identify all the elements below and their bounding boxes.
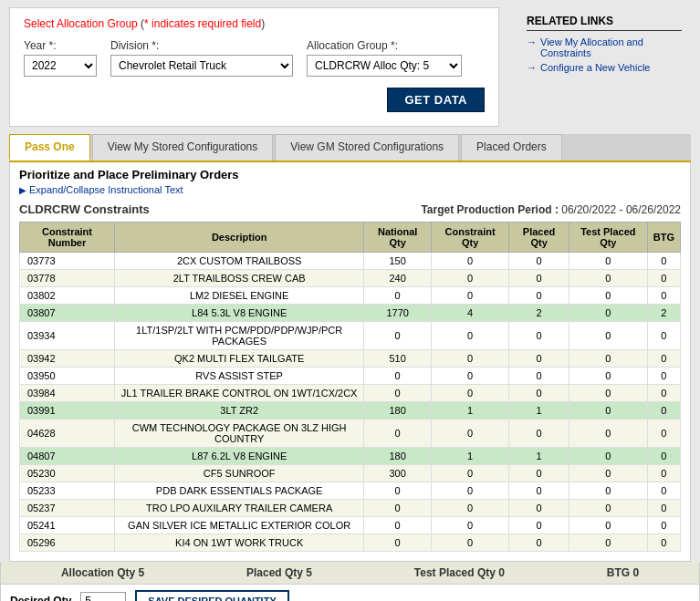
col-national-qty: National Qty xyxy=(364,223,432,253)
footer-alloc: Allocation Qty 5 xyxy=(61,566,144,579)
cell-constraint-num: 05296 xyxy=(20,534,115,552)
related-link-allocation[interactable]: → View My Allocation and Constraints xyxy=(527,36,682,58)
cell-constraint-num: 03802 xyxy=(20,287,115,305)
cell-constraint-num: 05230 xyxy=(20,465,115,482)
expand-link-text: Expand/Collapse Instructional Text xyxy=(29,184,183,195)
desired-row: Desired Qty SAVE DESIRED QUANTITY xyxy=(0,585,700,601)
cell-placed: 0 xyxy=(509,500,569,517)
alloc-label: Allocation Group *: xyxy=(307,39,462,52)
year-select[interactable]: 2022 2021 2020 xyxy=(24,55,97,77)
table-row: 05241 GAN SILVER ICE METALLIC EXTERIOR C… xyxy=(20,517,681,534)
cell-btg: 0 xyxy=(647,253,680,270)
cell-placed: 1 xyxy=(509,402,569,420)
cell-national: 1770 xyxy=(364,305,432,322)
cell-national: 0 xyxy=(364,500,432,517)
cell-test: 0 xyxy=(569,368,647,385)
cell-btg: 0 xyxy=(647,420,680,448)
cell-desc: LM2 DIESEL ENGINE xyxy=(114,287,363,305)
get-data-button[interactable]: GET DATA xyxy=(387,88,485,112)
form-title: Select Allocation Group (* indicates req… xyxy=(24,17,485,30)
cell-btg: 0 xyxy=(647,385,680,402)
related-links-title: RELATED LINKS xyxy=(527,15,682,31)
cell-constraint: 0 xyxy=(431,287,508,305)
expand-link[interactable]: ▶ Expand/Collapse Instructional Text xyxy=(19,184,681,195)
cell-constraint: 0 xyxy=(431,350,508,368)
cell-placed: 0 xyxy=(509,350,569,368)
cell-btg: 0 xyxy=(647,322,680,350)
desired-label: Desired Qty xyxy=(10,595,71,601)
alloc-select[interactable]: CLDRCRW Alloc Qty: 5 xyxy=(307,55,462,77)
cell-constraint-num: 03942 xyxy=(20,350,115,368)
cell-placed: 0 xyxy=(509,482,569,500)
cell-desc: KI4 ON 1WT WORK TRUCK xyxy=(114,534,363,552)
cell-desc: QK2 MULTI FLEX TAILGATE xyxy=(114,350,363,368)
cell-constraint-num: 03950 xyxy=(20,368,115,385)
required-note: * indicates required field xyxy=(144,17,261,30)
table-row: 03950 RVS ASSIST STEP 0 0 0 0 0 xyxy=(20,368,681,385)
cell-national: 240 xyxy=(364,270,432,287)
table-row: 03778 2LT TRAILBOSS CREW CAB 240 0 0 0 0 xyxy=(20,270,681,287)
cell-test: 0 xyxy=(569,517,647,534)
cell-constraint-num: 05237 xyxy=(20,500,115,517)
cell-constraint-num: 03807 xyxy=(20,305,115,322)
cell-constraint-num: 05233 xyxy=(20,482,115,500)
target-period-value: 06/20/2022 - 06/26/2022 xyxy=(561,203,681,216)
cell-constraint: 0 xyxy=(431,500,508,517)
table-row: 05233 PDB DARK ESSENTIALS PACKAGE 0 0 0 … xyxy=(20,482,681,500)
cell-national: 0 xyxy=(364,420,432,448)
cell-constraint-num: 03984 xyxy=(20,385,115,402)
table-row: 03934 1LT/1SP/2LT WITH PCM/PDD/PDP/WJP/P… xyxy=(20,322,681,350)
cell-constraint: 0 xyxy=(431,385,508,402)
cell-national: 180 xyxy=(364,448,432,465)
table-row: 04628 CWM TECHNOLOGY PACKAGE ON 3LZ HIGH… xyxy=(20,420,681,448)
save-desired-button[interactable]: SAVE DESIRED QUANTITY xyxy=(135,590,288,601)
cell-desc: GAN SILVER ICE METALLIC EXTERIOR COLOR xyxy=(114,517,363,534)
table-row: 03807 L84 5.3L V8 ENGINE 1770 4 2 0 2 xyxy=(20,305,681,322)
col-constraint-qty: Constraint Qty xyxy=(431,223,508,253)
cell-national: 0 xyxy=(364,534,432,552)
cell-constraint-num: 03778 xyxy=(20,270,115,287)
footer-placed: Placed Qty 5 xyxy=(246,566,312,579)
tab-gm-configs[interactable]: View GM Stored Configurations xyxy=(275,134,459,161)
cell-btg: 2 xyxy=(647,305,680,322)
tab-stored-configs[interactable]: View My Stored Configurations xyxy=(92,134,274,161)
cell-placed: 0 xyxy=(509,385,569,402)
cell-constraint: 0 xyxy=(431,465,508,482)
related-link-configure[interactable]: → Configure a New Vehicle xyxy=(527,62,682,73)
cell-placed: 1 xyxy=(509,448,569,465)
target-period: Target Production Period : 06/20/2022 - … xyxy=(421,203,681,216)
col-description: Description xyxy=(114,223,363,253)
cell-desc: TRO LPO AUXILARY TRAILER CAMERA xyxy=(114,500,363,517)
prioritize-title: Prioritize and Place Preliminary Orders xyxy=(19,168,681,181)
cell-btg: 0 xyxy=(647,482,680,500)
cell-national: 0 xyxy=(364,482,432,500)
cell-btg: 0 xyxy=(647,402,680,420)
tab-pass-one[interactable]: Pass One xyxy=(9,134,90,161)
cell-btg: 0 xyxy=(647,534,680,552)
target-period-label: Target Production Period : xyxy=(421,203,558,216)
tab-placed-orders[interactable]: Placed Orders xyxy=(461,134,562,161)
cell-test: 0 xyxy=(569,322,647,350)
cell-desc: 2LT TRAILBOSS CREW CAB xyxy=(114,270,363,287)
cell-test: 0 xyxy=(569,500,647,517)
cell-constraint: 0 xyxy=(431,482,508,500)
cell-desc: CWM TECHNOLOGY PACKAGE ON 3LZ HIGH COUNT… xyxy=(114,420,363,448)
cell-constraint: 0 xyxy=(431,253,508,270)
cell-placed: 0 xyxy=(509,534,569,552)
cell-constraint: 1 xyxy=(431,448,508,465)
division-label: Division *: xyxy=(110,39,293,52)
cell-placed: 2 xyxy=(509,305,569,322)
table-row: 05237 TRO LPO AUXILARY TRAILER CAMERA 0 … xyxy=(20,500,681,517)
desired-input[interactable] xyxy=(80,592,126,601)
cell-national: 0 xyxy=(364,385,432,402)
cell-constraint: 0 xyxy=(431,368,508,385)
cell-desc: 1LT/1SP/2LT WITH PCM/PDD/PDP/WJP/PCR PAC… xyxy=(114,322,363,350)
cell-constraint-num: 03773 xyxy=(20,253,115,270)
division-select[interactable]: Chevrolet Retail Truck xyxy=(110,55,293,77)
cell-placed: 0 xyxy=(509,253,569,270)
related-link-configure-text: Configure a New Vehicle xyxy=(540,62,650,73)
cell-constraint: 4 xyxy=(431,305,508,322)
cell-test: 0 xyxy=(569,465,647,482)
col-test-placed-qty: Test Placed Qty xyxy=(569,223,647,253)
col-placed-qty: Placed Qty xyxy=(509,223,569,253)
